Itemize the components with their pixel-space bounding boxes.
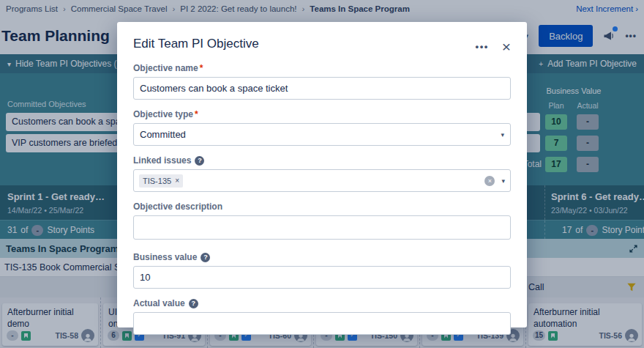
objective-type-select[interactable]: Committed ▾	[133, 123, 511, 146]
business-value-input[interactable]	[133, 266, 511, 289]
close-icon[interactable]: ×	[502, 39, 511, 54]
actual-value-label: Actual value ?	[133, 298, 511, 308]
objective-description-field: Objective description	[133, 201, 511, 243]
linked-issues-label: Linked issues ?	[133, 155, 511, 166]
modal-title: Edit Team PI Objective	[133, 37, 259, 51]
modal-header: Edit Team PI Objective ••• ×	[117, 22, 527, 56]
objective-name-input[interactable]	[133, 77, 511, 100]
actual-value-field: Actual value ?	[133, 298, 511, 335]
help-icon[interactable]: ?	[201, 253, 210, 262]
objective-description-label: Objective description	[133, 201, 511, 212]
chevron-down-icon: ▾	[501, 131, 504, 138]
field-label-text: Linked issues	[133, 155, 191, 166]
actual-value-input[interactable]	[133, 312, 511, 335]
linked-issues-controls: × ▾	[484, 176, 505, 186]
issue-tag: TIS-135 ×	[139, 174, 183, 188]
issue-tag-label: TIS-135	[143, 177, 171, 185]
objective-type-field: Objective type * Committed ▾	[133, 109, 511, 146]
objective-description-input[interactable]	[133, 215, 511, 240]
linked-issues-select[interactable]: TIS-135 × × ▾	[133, 169, 511, 192]
modal-more-button[interactable]: •••	[476, 41, 489, 52]
business-value-field: Business value ?	[133, 252, 511, 289]
help-icon[interactable]: ?	[189, 299, 198, 308]
field-label-text: Actual value	[133, 298, 185, 308]
objective-type-label: Objective type *	[133, 109, 511, 119]
field-label-text: Business value	[133, 252, 197, 262]
team-planning-screen: Programs List › Commercial Space Travel …	[0, 0, 644, 348]
required-marker: *	[195, 109, 198, 119]
edit-objective-modal: Edit Team PI Objective ••• × Objective n…	[117, 22, 527, 327]
modal-actions: ••• ×	[476, 37, 511, 54]
required-marker: *	[200, 63, 203, 73]
field-label-text: Objective description	[133, 201, 222, 212]
clear-all-icon[interactable]: ×	[484, 176, 495, 186]
field-label-text: Objective name	[133, 63, 198, 73]
modal-body: Objective name * Objective type * Commit…	[117, 56, 527, 335]
objective-name-label: Objective name *	[133, 63, 511, 73]
remove-tag-icon[interactable]: ×	[175, 177, 179, 185]
linked-issues-field: Linked issues ? TIS-135 × × ▾	[133, 155, 511, 192]
objective-name-field: Objective name *	[133, 63, 511, 100]
chevron-down-icon: ▾	[501, 177, 505, 185]
business-value-label: Business value ?	[133, 252, 511, 262]
selected-option: Committed	[140, 129, 186, 140]
field-label-text: Objective type	[133, 109, 193, 119]
help-icon[interactable]: ?	[195, 156, 204, 166]
